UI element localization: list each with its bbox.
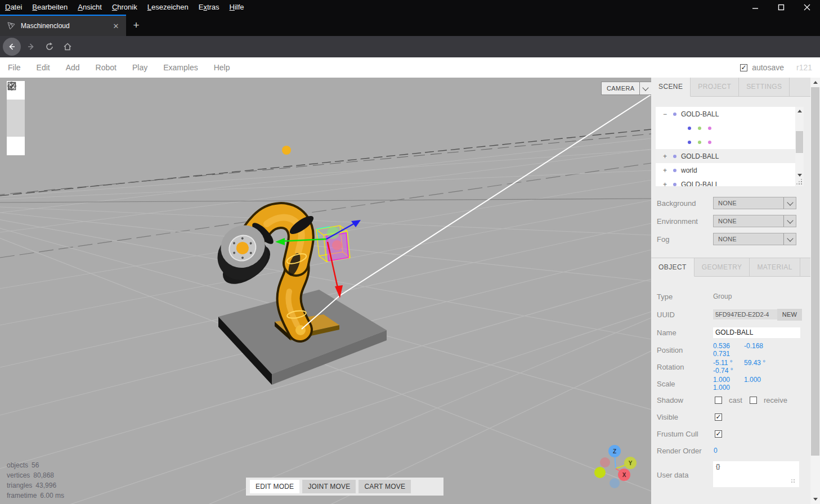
environment-select[interactable]: NONE bbox=[713, 215, 796, 227]
outliner-resize-grip[interactable] bbox=[801, 183, 802, 184]
tab-maschinencloud[interactable]: Maschinencloud ✕ bbox=[0, 15, 126, 36]
maximize-button[interactable] bbox=[768, 0, 794, 15]
position-x-field[interactable]: 0.536 bbox=[713, 342, 744, 350]
outliner-row-world[interactable]: + world bbox=[656, 163, 804, 177]
camera-dropdown-arrow[interactable] bbox=[640, 82, 652, 95]
minimize-icon bbox=[752, 4, 759, 11]
object-tabs: OBJECT GEOMETRY MATERIAL bbox=[651, 258, 810, 277]
material-dot-icon bbox=[708, 127, 711, 130]
stat-objects: objects56 bbox=[7, 460, 68, 470]
edit-mode-button[interactable]: EDIT MODE bbox=[250, 480, 299, 493]
tab-settings[interactable]: SETTINGS bbox=[739, 78, 790, 96]
maximize-icon bbox=[778, 4, 785, 11]
axis-view-helper[interactable]: Z Y X bbox=[594, 445, 637, 488]
scale-z-field[interactable]: 1.000 bbox=[713, 384, 744, 392]
editor-menu-add[interactable]: Add bbox=[58, 57, 88, 78]
menu-ansicht[interactable]: Ansicht bbox=[73, 0, 107, 15]
threejs-favicon-icon bbox=[7, 21, 16, 30]
render-order-field[interactable]: 0 bbox=[714, 447, 745, 454]
fog-select[interactable]: NONE bbox=[713, 233, 796, 245]
textarea-resize-grip[interactable] bbox=[794, 482, 795, 483]
outliner-row-gold-ball-2[interactable]: + GOLD-BALL bbox=[656, 177, 804, 186]
background-select[interactable]: NONE bbox=[713, 197, 796, 209]
viewport-canvas[interactable]: Z Y X CAMERA objec bbox=[0, 78, 651, 504]
outliner-scrollbar[interactable] bbox=[795, 107, 804, 186]
expand-icon[interactable]: + bbox=[661, 166, 669, 174]
rotate-tool-button[interactable] bbox=[7, 100, 25, 118]
axis-neg-z-handle bbox=[610, 478, 620, 488]
menu-extras[interactable]: Extras bbox=[194, 0, 225, 15]
minimize-button[interactable] bbox=[742, 0, 768, 15]
rotation-y-field[interactable]: 59.43 ° bbox=[744, 359, 775, 367]
editor-menu-examples[interactable]: Examples bbox=[155, 57, 205, 78]
uuid-row: UUID NEW bbox=[657, 308, 805, 321]
tab-object[interactable]: OBJECT bbox=[651, 258, 694, 277]
menu-hilfe[interactable]: Hilfe bbox=[225, 0, 249, 15]
frustum-cull-checkbox[interactable]: ✓ bbox=[715, 430, 722, 438]
rotation-z-field[interactable]: -0.74 ° bbox=[713, 367, 744, 375]
forward-button[interactable] bbox=[22, 38, 40, 56]
shadow-cast-checkbox[interactable]: ✓ bbox=[715, 397, 722, 404]
position-z-field[interactable]: 0.731 bbox=[713, 350, 744, 358]
editor-menu-help[interactable]: Help bbox=[206, 57, 238, 78]
visible-row: Visible ✓ bbox=[657, 411, 805, 423]
shadow-receive-checkbox[interactable]: ✓ bbox=[750, 397, 757, 404]
uuid-field[interactable] bbox=[713, 309, 777, 320]
page-scrollbar[interactable] bbox=[810, 78, 820, 504]
scale-y-field[interactable]: 1.000 bbox=[744, 376, 775, 384]
home-button[interactable] bbox=[59, 38, 77, 56]
stat-vertices: vertices80,868 bbox=[7, 470, 68, 480]
name-field[interactable] bbox=[713, 327, 800, 338]
joint-move-button[interactable]: JOINT MOVE bbox=[302, 480, 356, 493]
cart-move-button[interactable]: CART MOVE bbox=[359, 480, 411, 493]
scrollbar-thumb[interactable] bbox=[796, 131, 803, 153]
back-button[interactable] bbox=[3, 38, 21, 56]
expand-icon[interactable]: + bbox=[661, 181, 669, 187]
chevron-down-icon[interactable] bbox=[783, 233, 796, 245]
axis-y-label: Y bbox=[629, 460, 633, 466]
geometry-dot-icon bbox=[698, 127, 701, 130]
editor-menu-play[interactable]: Play bbox=[124, 57, 155, 78]
chevron-down-icon[interactable] bbox=[783, 215, 796, 227]
position-y-field[interactable]: -0.168 bbox=[744, 342, 775, 350]
user-data-field[interactable]: {} bbox=[713, 461, 799, 487]
chevron-down-icon[interactable] bbox=[783, 197, 796, 209]
snap-toggle-button[interactable] bbox=[7, 137, 25, 155]
new-tab-button[interactable]: + bbox=[129, 19, 143, 32]
autosave-label: autosave bbox=[752, 63, 784, 72]
outliner-child-dots-row[interactable] bbox=[656, 135, 804, 149]
menu-chronik[interactable]: Chronik bbox=[107, 0, 142, 15]
menu-datei[interactable]: Datei bbox=[0, 0, 27, 15]
scale-x-field[interactable]: 1.000 bbox=[713, 376, 744, 384]
tab-geometry[interactable]: GEOMETRY bbox=[694, 258, 750, 276]
scrollbar-thumb[interactable] bbox=[811, 87, 819, 456]
outliner-child-dots-row[interactable] bbox=[656, 121, 804, 135]
camera-selector[interactable]: CAMERA bbox=[601, 82, 652, 95]
scale-tool-button[interactable] bbox=[7, 118, 25, 137]
new-uuid-button[interactable]: NEW bbox=[777, 309, 802, 321]
axis-x-label: X bbox=[622, 472, 626, 478]
tab-close-icon[interactable]: ✕ bbox=[111, 22, 120, 30]
collapse-icon[interactable]: − bbox=[661, 110, 669, 118]
autosave-checkbox[interactable]: ✓ bbox=[740, 64, 747, 71]
axis-neg-x-handle bbox=[600, 457, 610, 467]
editor-menu-file[interactable]: File bbox=[0, 57, 29, 78]
menu-lesezeichen[interactable]: Lesezeichen bbox=[142, 0, 194, 15]
stat-triangles: triangles43,996 bbox=[7, 480, 68, 490]
menu-bearbeiten[interactable]: Bearbeiten bbox=[27, 0, 73, 15]
outliner-row-gold-ball-selected[interactable]: + GOLD-BALL bbox=[656, 149, 804, 163]
close-button[interactable] bbox=[794, 0, 820, 15]
expand-icon[interactable]: + bbox=[661, 152, 669, 160]
tab-material[interactable]: MATERIAL bbox=[750, 258, 800, 276]
tab-scene[interactable]: SCENE bbox=[651, 78, 691, 97]
rotation-x-field[interactable]: -5.11 ° bbox=[713, 359, 744, 367]
visible-checkbox[interactable]: ✓ bbox=[715, 413, 722, 421]
tab-project[interactable]: PROJECT bbox=[691, 78, 739, 96]
outliner-row-gold-ball-open[interactable]: − GOLD-BALL bbox=[656, 107, 804, 121]
reload-button[interactable] bbox=[41, 38, 59, 56]
mesh-dot-icon bbox=[688, 141, 691, 144]
position-row: Position 0.536-0.1680.731 bbox=[657, 344, 805, 356]
editor-menu-edit[interactable]: Edit bbox=[29, 57, 58, 78]
editor-menu-robot[interactable]: Robot bbox=[88, 57, 124, 78]
type-row: Type Group bbox=[657, 290, 805, 303]
